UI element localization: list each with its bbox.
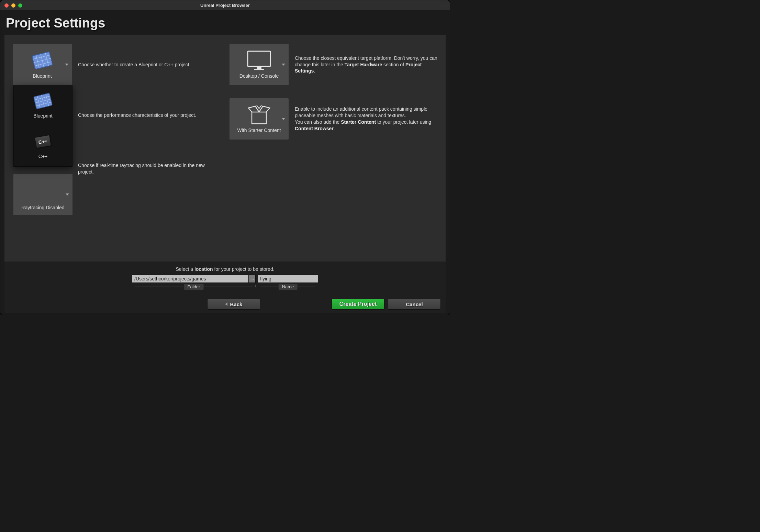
starter-content-combo[interactable]: With Starter Content xyxy=(230,98,289,140)
svg-rect-7 xyxy=(248,51,270,66)
project-type-option-blueprint[interactable]: Blueprint xyxy=(14,85,72,126)
close-window-button[interactable] xyxy=(4,3,9,8)
project-name-input[interactable] xyxy=(258,275,318,283)
right-column: Desktop / Console Choose the closest equ… xyxy=(230,44,437,262)
setting-target-platform: Desktop / Console Choose the closest equ… xyxy=(230,44,437,86)
window-titlebar: Unreal Project Browser xyxy=(0,0,450,10)
folder-caption: Folder xyxy=(184,284,204,290)
raytracing-label: Raytracing Disabled xyxy=(21,205,64,210)
page-body: Project Settings xyxy=(0,10,450,313)
minimize-window-button[interactable] xyxy=(11,3,15,8)
location-row: ... Folder Name xyxy=(132,275,318,291)
svg-rect-8 xyxy=(257,67,261,69)
name-field-wrap: Name xyxy=(258,275,318,291)
create-project-button[interactable]: Create Project xyxy=(332,299,384,310)
page-title: Project Settings xyxy=(6,16,446,31)
raytracing-description: Choose if real-time raytracing should be… xyxy=(78,162,217,175)
location-hint: Select a location for your project to be… xyxy=(176,266,274,272)
svg-rect-10 xyxy=(252,112,266,124)
project-type-dropdown: Blueprint C++ C++ xyxy=(13,85,72,167)
target-platform-label: Desktop / Console xyxy=(239,73,279,79)
settings-panel: Blueprint Choose whether to create a Blu… xyxy=(4,35,446,262)
starter-content-label: With Starter Content xyxy=(237,128,281,133)
project-type-combo[interactable]: Blueprint xyxy=(13,44,72,85)
name-caption: Name xyxy=(279,284,298,290)
starter-content-description: Enable to include an additional content … xyxy=(295,106,437,132)
window-title: Unreal Project Browser xyxy=(0,3,450,8)
target-platform-description: Choose the closest equivalent target pla… xyxy=(295,55,437,75)
chevron-down-icon xyxy=(65,64,68,66)
cpp-icon: C++ xyxy=(35,133,51,150)
project-type-label: Blueprint xyxy=(33,73,52,79)
cancel-button[interactable]: Cancel xyxy=(388,299,441,310)
performance-description: Choose the performance characteristics o… xyxy=(78,112,217,119)
chevron-down-icon xyxy=(66,193,69,196)
back-button[interactable]: Back xyxy=(207,299,260,310)
raytracing-combo[interactable]: Raytracing Disabled xyxy=(13,174,72,215)
folder-field-wrap: ... Folder xyxy=(132,275,256,291)
project-type-description: Choose whether to create a Blueprint or … xyxy=(78,62,217,68)
zoom-window-button[interactable] xyxy=(18,3,22,8)
chevron-down-icon xyxy=(282,64,285,66)
blueprint-icon xyxy=(33,51,52,70)
footer: Select a location for your project to be… xyxy=(4,262,446,313)
monitor-icon xyxy=(246,51,272,70)
app-window: Unreal Project Browser Project Settings xyxy=(0,0,450,315)
svg-rect-9 xyxy=(254,69,264,70)
open-box-icon xyxy=(247,105,271,125)
folder-input[interactable] xyxy=(132,275,249,283)
blueprint-icon xyxy=(34,92,52,110)
browse-folder-button[interactable]: ... xyxy=(249,275,256,283)
option-blueprint-label: Blueprint xyxy=(33,113,52,119)
setting-starter-content: With Starter Content Enable to include a… xyxy=(230,98,437,140)
chevron-left-icon xyxy=(225,302,227,306)
chevron-down-icon xyxy=(282,118,285,120)
option-cpp-label: C++ xyxy=(38,154,47,159)
target-platform-combo[interactable]: Desktop / Console xyxy=(230,44,289,85)
setting-project-type: Blueprint Choose whether to create a Blu… xyxy=(13,44,217,86)
traffic-lights xyxy=(0,3,22,8)
project-type-option-cpp[interactable]: C++ C++ xyxy=(14,126,72,166)
